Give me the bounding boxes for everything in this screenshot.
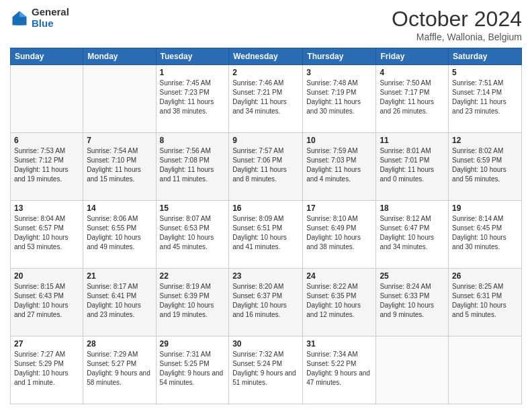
day-detail: Sunrise: 8:20 AMSunset: 6:37 PMDaylight:… [232, 282, 299, 320]
day-number: 9 [232, 136, 299, 145]
day-number: 26 [452, 271, 518, 281]
day-number: 22 [160, 271, 226, 281]
day-detail: Sunrise: 8:25 AMSunset: 6:31 PMDaylight:… [452, 282, 518, 320]
day-number: 28 [87, 339, 152, 349]
col-sunday: Sunday [11, 48, 83, 65]
day-number: 6 [14, 136, 79, 145]
calendar-week-row: 1Sunrise: 7:45 AMSunset: 7:23 PMDaylight… [11, 65, 522, 133]
day-detail: Sunrise: 7:53 AMSunset: 7:12 PMDaylight:… [14, 146, 79, 184]
table-row: 16Sunrise: 8:09 AMSunset: 6:51 PMDayligh… [229, 201, 303, 269]
table-row: 2Sunrise: 7:46 AMSunset: 7:21 PMDaylight… [229, 65, 303, 133]
day-detail: Sunrise: 8:10 AMSunset: 6:49 PMDaylight:… [306, 214, 372, 252]
day-number: 15 [160, 203, 226, 213]
day-number: 16 [232, 203, 299, 213]
day-number: 18 [380, 203, 445, 213]
table-row: 4Sunrise: 7:50 AMSunset: 7:17 PMDaylight… [376, 65, 449, 133]
day-number: 5 [452, 68, 518, 77]
calendar-week-row: 27Sunrise: 7:27 AMSunset: 5:29 PMDayligh… [11, 336, 522, 404]
day-number: 12 [452, 136, 518, 145]
table-row: 28Sunrise: 7:29 AMSunset: 5:27 PMDayligh… [83, 336, 156, 404]
table-row: 15Sunrise: 8:07 AMSunset: 6:53 PMDayligh… [156, 201, 229, 269]
day-number: 7 [87, 136, 152, 145]
table-row: 10Sunrise: 7:59 AMSunset: 7:03 PMDayligh… [303, 133, 376, 201]
calendar-header-row: Sunday Monday Tuesday Wednesday Thursday… [11, 48, 522, 65]
col-friday: Friday [376, 48, 449, 65]
day-number: 4 [380, 68, 445, 77]
table-row: 6Sunrise: 7:53 AMSunset: 7:12 PMDaylight… [11, 133, 83, 201]
table-row: 5Sunrise: 7:51 AMSunset: 7:14 PMDaylight… [449, 65, 522, 133]
day-number: 10 [306, 136, 372, 145]
table-row: 24Sunrise: 8:22 AMSunset: 6:35 PMDayligh… [303, 269, 376, 336]
svg-marker-1 [19, 11, 27, 17]
day-number: 8 [160, 136, 226, 145]
day-detail: Sunrise: 7:48 AMSunset: 7:19 PMDaylight:… [306, 79, 372, 116]
calendar: Sunday Monday Tuesday Wednesday Thursday… [10, 48, 522, 404]
day-detail: Sunrise: 7:34 AMSunset: 5:22 PMDaylight:… [306, 350, 372, 387]
day-number: 13 [14, 203, 79, 213]
day-detail: Sunrise: 7:50 AMSunset: 7:17 PMDaylight:… [380, 79, 445, 116]
day-number: 25 [380, 271, 445, 281]
table-row [449, 336, 522, 404]
table-row: 8Sunrise: 7:56 AMSunset: 7:08 PMDaylight… [156, 133, 229, 201]
day-detail: Sunrise: 7:46 AMSunset: 7:21 PMDaylight:… [232, 79, 299, 116]
table-row: 20Sunrise: 8:15 AMSunset: 6:43 PMDayligh… [11, 269, 83, 336]
day-number: 19 [452, 203, 518, 213]
col-saturday: Saturday [449, 48, 522, 65]
month-title: October 2024 [392, 7, 522, 32]
location: Maffle, Wallonia, Belgium [392, 32, 522, 42]
day-number: 23 [232, 271, 299, 281]
logo-general-text: General [32, 7, 69, 18]
day-detail: Sunrise: 7:54 AMSunset: 7:10 PMDaylight:… [87, 146, 152, 184]
day-detail: Sunrise: 8:19 AMSunset: 6:39 PMDaylight:… [160, 282, 226, 320]
day-detail: Sunrise: 8:01 AMSunset: 7:01 PMDaylight:… [380, 146, 445, 184]
logo-icon [10, 9, 29, 28]
day-number: 1 [160, 68, 226, 77]
day-detail: Sunrise: 7:56 AMSunset: 7:08 PMDaylight:… [160, 146, 226, 184]
table-row: 9Sunrise: 7:57 AMSunset: 7:06 PMDaylight… [229, 133, 303, 201]
table-row: 22Sunrise: 8:19 AMSunset: 6:39 PMDayligh… [156, 269, 229, 336]
day-number: 3 [306, 68, 372, 77]
table-row: 7Sunrise: 7:54 AMSunset: 7:10 PMDaylight… [83, 133, 156, 201]
table-row [376, 336, 449, 404]
logo: General Blue [10, 7, 69, 29]
logo-text: General Blue [32, 7, 69, 29]
header: General Blue October 2024 Maffle, Wallon… [10, 7, 522, 42]
table-row: 12Sunrise: 8:02 AMSunset: 6:59 PMDayligh… [449, 133, 522, 201]
day-detail: Sunrise: 7:51 AMSunset: 7:14 PMDaylight:… [452, 79, 518, 116]
day-detail: Sunrise: 8:22 AMSunset: 6:35 PMDaylight:… [306, 282, 372, 320]
table-row: 13Sunrise: 8:04 AMSunset: 6:57 PMDayligh… [11, 201, 83, 269]
table-row: 14Sunrise: 8:06 AMSunset: 6:55 PMDayligh… [83, 201, 156, 269]
logo-blue-text: Blue [32, 18, 69, 30]
day-detail: Sunrise: 7:29 AMSunset: 5:27 PMDaylight:… [87, 350, 152, 387]
page: General Blue October 2024 Maffle, Wallon… [0, 0, 532, 411]
table-row: 1Sunrise: 7:45 AMSunset: 7:23 PMDaylight… [156, 65, 229, 133]
day-number: 2 [232, 68, 299, 77]
day-detail: Sunrise: 8:06 AMSunset: 6:55 PMDaylight:… [87, 214, 152, 252]
svg-rect-2 [16, 19, 24, 25]
table-row: 21Sunrise: 8:17 AMSunset: 6:41 PMDayligh… [83, 269, 156, 336]
col-thursday: Thursday [303, 48, 376, 65]
calendar-week-row: 6Sunrise: 7:53 AMSunset: 7:12 PMDaylight… [11, 133, 522, 201]
table-row: 27Sunrise: 7:27 AMSunset: 5:29 PMDayligh… [11, 336, 83, 404]
day-detail: Sunrise: 8:17 AMSunset: 6:41 PMDaylight:… [87, 282, 152, 320]
table-row: 26Sunrise: 8:25 AMSunset: 6:31 PMDayligh… [449, 269, 522, 336]
day-detail: Sunrise: 8:04 AMSunset: 6:57 PMDaylight:… [14, 214, 79, 252]
day-number: 24 [306, 271, 372, 281]
calendar-week-row: 13Sunrise: 8:04 AMSunset: 6:57 PMDayligh… [11, 201, 522, 269]
day-number: 21 [87, 271, 152, 281]
day-number: 30 [232, 339, 299, 349]
day-detail: Sunrise: 8:12 AMSunset: 6:47 PMDaylight:… [380, 214, 445, 252]
day-number: 17 [306, 203, 372, 213]
day-number: 20 [14, 271, 79, 281]
table-row: 25Sunrise: 8:24 AMSunset: 6:33 PMDayligh… [376, 269, 449, 336]
day-detail: Sunrise: 8:07 AMSunset: 6:53 PMDaylight:… [160, 214, 226, 252]
day-number: 31 [306, 339, 372, 349]
table-row: 19Sunrise: 8:14 AMSunset: 6:45 PMDayligh… [449, 201, 522, 269]
table-row: 11Sunrise: 8:01 AMSunset: 7:01 PMDayligh… [376, 133, 449, 201]
table-row: 31Sunrise: 7:34 AMSunset: 5:22 PMDayligh… [303, 336, 376, 404]
day-detail: Sunrise: 7:45 AMSunset: 7:23 PMDaylight:… [160, 79, 226, 116]
day-number: 27 [14, 339, 79, 349]
title-block: October 2024 Maffle, Wallonia, Belgium [392, 7, 522, 42]
table-row: 30Sunrise: 7:32 AMSunset: 5:24 PMDayligh… [229, 336, 303, 404]
day-detail: Sunrise: 7:32 AMSunset: 5:24 PMDaylight:… [232, 350, 299, 387]
